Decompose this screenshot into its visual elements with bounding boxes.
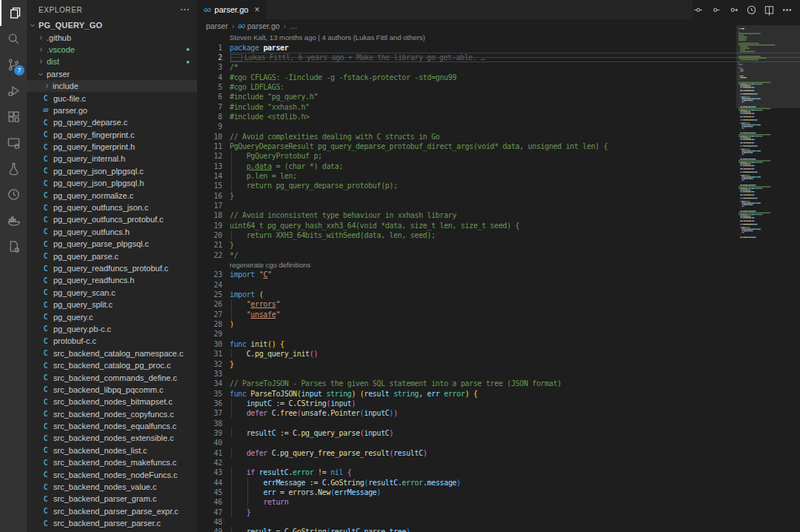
code-line-34[interactable]: 34// ParseToJSON - Parses the given SQL … <box>197 379 800 388</box>
tree-file-guc-file.c[interactable]: Cguc-file.c <box>27 92 197 104</box>
code-line-44[interactable]: 44 errMessage := C.GoString(resultC.erro… <box>197 477 800 487</box>
code-line-4[interactable]: 4#cgo CFLAGS: -Iinclude -g -fstack-prote… <box>197 72 800 82</box>
line-number[interactable]: 36 <box>197 399 222 408</box>
line-number[interactable]: 44 <box>197 479 222 487</box>
tree-file-src_backend_catalog_pg_proc.c[interactable]: Csrc_backend_catalog_pg_proc.c <box>27 359 197 371</box>
code-line-19[interactable]: 19uint64_t pg_query_hash_xxh3_64(void *d… <box>197 221 800 230</box>
tree-file-pg_query_outfuncs_protobuf.c[interactable]: Cpg_query_outfuncs_protobuf.c <box>27 213 197 225</box>
codelens-link[interactable]: regenerate cgo definitions <box>222 261 310 269</box>
line-number[interactable]: 7 <box>197 103 222 111</box>
tools-icon[interactable] <box>0 233 27 259</box>
breadcrumb-symbol[interactable]: … <box>290 21 298 30</box>
code-line-25[interactable]: 25import ( <box>197 290 800 299</box>
docker-icon[interactable] <box>0 207 27 233</box>
tree-file-pg_query.pb-c.c[interactable]: Cpg_query.pb-c.c <box>27 323 197 335</box>
code-line-5[interactable]: 5#cgo LDFLAGS: <box>197 82 800 92</box>
code-area[interactable]: Steven Kalt, 13 months ago | 4 authors (… <box>197 33 800 532</box>
tree-folder-.github[interactable]: .github <box>27 31 197 43</box>
line-number[interactable]: 3 <box>197 63 222 71</box>
line-number[interactable]: 8 <box>197 113 222 121</box>
breadcrumb-folder[interactable]: parser <box>206 21 228 30</box>
history-icon[interactable] <box>0 182 27 207</box>
tree-folder-parser[interactable]: parser <box>27 68 197 80</box>
tree-file-src_backend_nodes_bitmapset.c[interactable]: Csrc_backend_nodes_bitmapset.c <box>27 396 197 408</box>
code-line-46[interactable]: 46 return <box>197 497 800 507</box>
code-line-47[interactable]: 47 } <box>197 508 800 517</box>
tree-file-pg_query_fingerprint.c[interactable]: Cpg_query_fingerprint.c <box>27 129 197 141</box>
line-number[interactable]: 39 <box>197 429 222 437</box>
breadcrumb-file[interactable]: parser.go <box>247 21 280 30</box>
line-number[interactable]: 28 <box>197 320 222 328</box>
code-line-49[interactable]: 49 result = C.GoString(resultC.parse_tre… <box>197 527 800 532</box>
line-number[interactable]: 27 <box>197 310 222 319</box>
line-number[interactable]: 2 <box>197 53 222 61</box>
line-number[interactable]: 30 <box>197 340 222 348</box>
code-line-17[interactable]: 17 <box>197 201 800 210</box>
tree-file-src_backend_catalog_namespace.c[interactable]: Csrc_backend_catalog_namespace.c <box>27 348 197 359</box>
code-line-12[interactable]: 12 PgQueryProtobuf p; <box>197 151 800 161</box>
tree-file-protobuf-c.c[interactable]: Cprotobuf-c.c <box>27 335 197 347</box>
code-line-8[interactable]: 8#include <stdlib.h> <box>197 112 800 122</box>
tree-file-pg_query_split.c[interactable]: Cpg_query_split.c <box>27 299 197 310</box>
tree-folder-.vscode[interactable]: .vscode● <box>27 44 197 56</box>
previous-change-icon[interactable] <box>710 4 721 16</box>
line-number[interactable]: 1 <box>197 44 222 52</box>
tree-file-pg_query_readfuncs.h[interactable]: Cpg_query_readfuncs.h <box>27 274 197 286</box>
tree-folder-dist[interactable]: dist● <box>27 56 197 67</box>
gitlens-icon[interactable] <box>746 4 757 16</box>
minimap[interactable] <box>736 25 800 262</box>
line-number[interactable]: 47 <box>197 508 222 516</box>
tree-file-src_backend_nodes_extensible.c[interactable]: Csrc_backend_nodes_extensible.c <box>27 432 197 444</box>
code-line-21[interactable]: 21} <box>197 240 800 250</box>
tree-file-src_backend_nodes_equalfuncs.c[interactable]: Csrc_backend_nodes_equalfuncs.c <box>27 420 197 432</box>
line-number[interactable]: 25 <box>197 290 222 299</box>
code-line-42[interactable]: 42 <box>197 458 800 468</box>
code-line-18[interactable]: 18// Avoid inconsistent type behaviour i… <box>197 210 800 220</box>
code-line-20[interactable]: 20 return XXH3_64bits_withSeed(data, len… <box>197 230 800 240</box>
line-number[interactable]: 42 <box>197 459 222 467</box>
line-number[interactable]: 46 <box>197 498 222 506</box>
tree-file-pg_query_readfuncs_protobuf.c[interactable]: Cpg_query_readfuncs_protobuf.c <box>27 262 197 274</box>
explorer-icon[interactable] <box>0 0 27 26</box>
code-line-29[interactable]: 29 <box>197 329 800 339</box>
code-line-32[interactable]: 32} <box>197 359 800 368</box>
tree-file-src_backend_nodes_copyfuncs.c[interactable]: Csrc_backend_nodes_copyfuncs.c <box>27 408 197 420</box>
code-line-28[interactable]: 28) <box>197 319 800 329</box>
tree-file-src_backend_commands_define.c[interactable]: Csrc_backend_commands_define.c <box>27 371 197 383</box>
line-number[interactable]: 34 <box>197 379 222 388</box>
tree-file-pg_query.c[interactable]: Cpg_query.c <box>27 310 197 322</box>
line-number[interactable]: 13 <box>197 162 222 170</box>
line-number[interactable]: 26 <box>197 300 222 308</box>
tree-file-pg_query_normalize.c[interactable]: Cpg_query_normalize.c <box>27 189 197 201</box>
code-line-45[interactable]: 45 err = errors.New(errMessage) <box>197 488 800 497</box>
tree-folder-include[interactable]: include <box>27 80 197 92</box>
tree-file-src_backend_parser_gram.c[interactable]: Csrc_backend_parser_gram.c <box>27 493 197 505</box>
explorer-more-actions-icon[interactable]: ⋯ <box>180 6 190 13</box>
code-line-13[interactable]: 13 p.data = (char *) data; <box>197 161 800 170</box>
code-line-16[interactable]: 16} <box>197 191 800 201</box>
code-line-30[interactable]: 30func init() { <box>197 339 800 349</box>
code-line-37[interactable]: 37 defer C.free(unsafe.Pointer(inputC)) <box>197 408 800 418</box>
code-line-24[interactable]: 24 <box>197 280 800 290</box>
line-number[interactable]: 31 <box>197 350 222 358</box>
tree-file-src_backend_nodes_nodeFuncs.c[interactable]: Csrc_backend_nodes_nodeFuncs.c <box>27 468 197 480</box>
code-line-38[interactable]: 38 <box>197 418 800 428</box>
line-number[interactable]: 40 <box>197 439 222 447</box>
code-line-11[interactable]: 11PgQueryDeparseResult pg_query_deparse_… <box>197 142 800 151</box>
tree-file-pg_query_parse.c[interactable]: Cpg_query_parse.c <box>27 250 197 262</box>
line-number[interactable]: 43 <box>197 468 222 476</box>
code-line-35[interactable]: 35func ParseToJSON(input string) (result… <box>197 388 800 398</box>
code-line-7[interactable]: 7#include "xxhash.h" <box>197 102 800 111</box>
code-line-10[interactable]: 10// Avoid complexities dealing with C s… <box>197 131 800 141</box>
tree-file-src_backend_parser_parse_expr.c[interactable]: Csrc_backend_parser_parse_expr.c <box>27 505 197 517</box>
more-actions-icon[interactable] <box>781 4 793 16</box>
codelens-link[interactable]: Steven Kalt, 13 months ago | 4 authors (… <box>222 33 425 41</box>
line-number[interactable]: 18 <box>197 211 222 219</box>
tree-file-pg_query_fingerprint.h[interactable]: Cpg_query_fingerprint.h <box>27 141 197 153</box>
code-line-2[interactable]: 2Lukas Fittl, 6 years ago • Make the lib… <box>197 53 800 62</box>
source-control-icon[interactable]: 7 <box>0 52 27 78</box>
line-number[interactable]: 9 <box>197 122 222 130</box>
line-number[interactable]: 11 <box>197 142 222 150</box>
code-line-43[interactable]: 43 if resultC.error != nil { <box>197 468 800 477</box>
line-number[interactable]: 33 <box>197 370 222 378</box>
